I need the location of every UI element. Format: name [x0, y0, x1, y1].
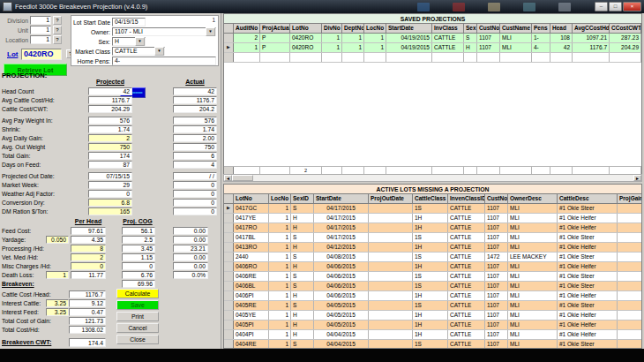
- summary-value-field[interactable]: 9.12: [69, 299, 106, 307]
- table-row[interactable]: 0417BL1S04/17/20151SCATTLE1107MLI#1 Okie…: [224, 233, 641, 243]
- column-header[interactable]: CustNo: [477, 24, 500, 33]
- lot-start-date-input[interactable]: 04/19/15: [112, 18, 146, 26]
- table-row[interactable]: 24401S04/08/20151SCATTLE1472LEE MACKEY#1…: [224, 253, 641, 262]
- per-head-field[interactable]: 4.35: [71, 236, 106, 244]
- column-header[interactable]: CustName: [500, 24, 532, 33]
- maximize-button[interactable]: □: [609, 2, 622, 11]
- proj-cog-field[interactable]: 3.45: [122, 245, 155, 253]
- column-header[interactable]: Sex: [464, 24, 477, 33]
- actual-value-field[interactable]: 6: [173, 152, 217, 160]
- lot-number-input[interactable]: 0420RO: [21, 49, 62, 60]
- column-header[interactable]: LotNo: [234, 194, 269, 203]
- proj-cog-field[interactable]: 6.76: [122, 271, 155, 279]
- column-header[interactable]: LocNo: [269, 194, 291, 203]
- column-header[interactable]: DivNo: [322, 24, 342, 33]
- cost-input-field[interactable]: 0.050: [46, 236, 69, 244]
- table-row[interactable]: ▶0417GC1S04/17/20151SCATTLE1107MLI#1 Oki…: [224, 204, 641, 214]
- projected-value-field[interactable]: 750: [88, 143, 132, 151]
- projected-value-field[interactable]: 576: [88, 117, 132, 124]
- column-header[interactable]: LocNo: [364, 24, 386, 33]
- proj-cog-field[interactable]: 1.15: [122, 253, 155, 261]
- column-header[interactable]: AvgCCostHd: [573, 24, 610, 33]
- per-head-field[interactable]: 97.61: [71, 227, 106, 235]
- actual-value-field[interactable]: 0: [173, 207, 217, 215]
- projected-value-field[interactable]: 2: [88, 134, 132, 142]
- column-header[interactable]: Head: [550, 24, 573, 33]
- close-button[interactable]: Close: [116, 335, 159, 344]
- unit-help-button[interactable]: ?: [53, 26, 62, 34]
- summary-value-field[interactable]: 1176.7: [69, 290, 106, 298]
- column-header[interactable]: CCostCWT: [610, 24, 641, 33]
- column-header[interactable]: StartDate: [386, 24, 432, 33]
- projected-value-field[interactable]: 07/15/15: [88, 172, 132, 180]
- summary-value-field[interactable]: 1308.02: [69, 326, 106, 334]
- scrollbar-thumb[interactable]: [232, 175, 253, 181]
- actual-value-field[interactable]: / /: [173, 172, 217, 180]
- actual-cost-field[interactable]: 0.00: [173, 236, 208, 244]
- projected-value-field[interactable]: 165: [88, 207, 132, 215]
- column-header[interactable]: InvClass: [432, 24, 464, 33]
- table-row[interactable]: 0417YE1H04/17/20151HCATTLE1107MLI#1 Okie…: [224, 214, 641, 223]
- division-field[interactable]: 1: [30, 16, 51, 25]
- calculate-button[interactable]: Calculate: [116, 289, 159, 298]
- saved-grid-hscrollbar[interactable]: ◄ ►: [223, 174, 642, 182]
- chevron-down-icon[interactable]: ▼: [135, 37, 145, 46]
- projected-value-field[interactable]: 1.74: [88, 125, 132, 133]
- proj-cog-field[interactable]: 0: [122, 262, 155, 270]
- per-head-field[interactable]: 11.77: [71, 271, 106, 279]
- actual-value-field[interactable]: 204.2: [173, 105, 217, 113]
- table-row[interactable]: 0417RO1H04/17/20151HCATTLE1107MLI#1 Okie…: [224, 223, 641, 233]
- column-header[interactable]: AuditNo: [234, 24, 260, 33]
- actual-value-field[interactable]: 0: [173, 190, 217, 198]
- table-row[interactable]: ▶1P0420RO11104/19/2015CATTLEH1107MLI4-42…: [224, 43, 641, 53]
- print-button[interactable]: Print: [116, 312, 159, 321]
- sex-combo[interactable]: H▼: [112, 37, 146, 46]
- market-class-combo[interactable]: CATTLE▼: [112, 47, 165, 56]
- projected-value-field[interactable]: 6.8: [88, 199, 132, 207]
- cost-input-field[interactable]: 1: [46, 271, 69, 279]
- unit-field[interactable]: 1: [30, 26, 51, 34]
- projected-value-field[interactable]: 0: [88, 190, 132, 198]
- chevron-down-icon[interactable]: ▼: [206, 27, 215, 36]
- scroll-left-icon[interactable]: ◄: [224, 175, 232, 181]
- minimize-button[interactable]: –: [595, 2, 608, 11]
- actual-cost-field[interactable]: 0.00: [173, 227, 208, 235]
- division-help-button[interactable]: ?: [53, 16, 62, 25]
- column-header[interactable]: StartDate: [314, 194, 369, 203]
- table-row[interactable]: 0406BL1S04/06/20151SCATTLE1107MLI#1 Okie…: [224, 282, 641, 291]
- actual-value-field[interactable]: 750: [173, 143, 217, 151]
- actual-cost-field[interactable]: 23.21: [173, 245, 208, 253]
- summary-input-field[interactable]: 3.25: [46, 299, 69, 307]
- cancel-button[interactable]: Cancel: [116, 323, 159, 333]
- table-row[interactable]: 0404RE1S04/04/20151SCATTLE1107MLI#1 Okie…: [224, 340, 641, 349]
- projected-value-field[interactable]: 204.29: [88, 105, 132, 113]
- table-row[interactable]: 0405PI1H04/05/20151HCATTLE1107MLI#1 Okie…: [224, 321, 641, 330]
- table-row[interactable]: 2P0420RO11104/19/2015CATTLES1107MLI1-108…: [224, 34, 641, 43]
- actual-cost-field[interactable]: 0.0%: [173, 271, 208, 279]
- column-header[interactable]: Pens: [532, 24, 550, 33]
- actual-value-field[interactable]: 0: [173, 199, 217, 207]
- actual-value-field[interactable]: 0: [173, 181, 217, 189]
- owner-combo[interactable]: 1107 - MLI▼: [112, 27, 216, 36]
- location-field[interactable]: 1: [30, 35, 51, 44]
- column-header[interactable]: LotNo: [290, 24, 322, 33]
- chevron-down-icon[interactable]: ▼: [154, 47, 164, 56]
- column-header[interactable]: OwnerDesc: [508, 194, 558, 203]
- actual-cost-field[interactable]: 0.00: [173, 262, 208, 270]
- scroll-right-icon[interactable]: ►: [633, 175, 641, 181]
- table-row[interactable]: 0405RE1S04/05/20151SCATTLE1107MLI#1 Okie…: [224, 301, 641, 311]
- per-head-field[interactable]: 8: [71, 245, 106, 253]
- actual-value-field[interactable]: 576: [173, 117, 217, 124]
- summary-input-field[interactable]: 3.25: [46, 308, 69, 316]
- per-head-field[interactable]: 2: [71, 253, 106, 261]
- summary-value-field[interactable]: 121.73: [69, 317, 106, 325]
- save-button[interactable]: Save: [116, 300, 159, 310]
- location-help-button[interactable]: ?: [53, 35, 62, 44]
- column-header[interactable]: DeptNo: [342, 24, 364, 33]
- actual-value-field[interactable]: 1.74: [173, 125, 217, 133]
- projected-value-field[interactable]: 42: [88, 87, 132, 95]
- table-row[interactable]: 0404PI1H04/04/20151HCATTLE1107MLI#1 Okie…: [224, 330, 641, 340]
- actual-value-field[interactable]: 4: [173, 161, 217, 169]
- table-row[interactable]: 0406RE1S04/06/20151SCATTLE1107MLI#1 Okie…: [224, 272, 641, 282]
- projected-value-field[interactable]: 87: [88, 161, 132, 169]
